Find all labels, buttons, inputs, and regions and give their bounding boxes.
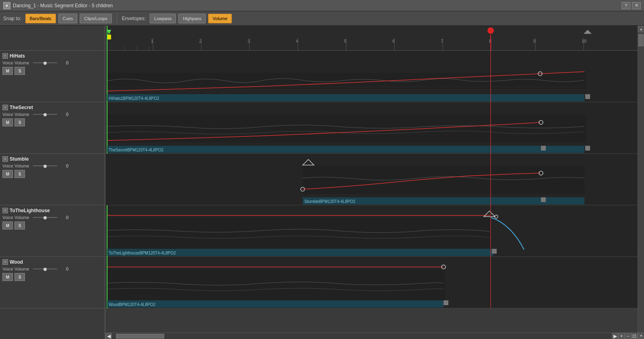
vol-slider-thumb (43, 113, 47, 116)
svg-rect-62 (444, 300, 448, 305)
svg-rect-37 (541, 146, 546, 151)
scroll-left-button[interactable]: ◀ (105, 333, 112, 339)
vol-slider-thumb (43, 268, 47, 271)
svg-rect-60 (107, 300, 444, 308)
horizontal-scrollbar-track[interactable] (112, 333, 612, 339)
track-expand-tothelighthouse[interactable]: + (2, 208, 8, 213)
close-button[interactable]: ✕ (632, 2, 641, 9)
track-header-hihats: + HiHats Voice Volume 0 M S (0, 51, 105, 102)
svg-rect-57 (107, 269, 445, 301)
title-bar-right: ? ✕ (621, 2, 641, 9)
solo-btn-thesecret[interactable]: S (14, 118, 25, 126)
track-btn-row-wood: M S (2, 273, 102, 281)
scroll-up-button[interactable]: ▲ (638, 26, 644, 32)
scrollbar-bottom: ◀ ▶ + − ⊡ (105, 333, 638, 339)
zoom-out-button[interactable]: − (625, 333, 631, 339)
svg-rect-49 (107, 217, 491, 250)
vol-slider-thumb (43, 216, 47, 219)
toolbar-separator (117, 14, 117, 23)
mute-btn-stumble[interactable]: M (2, 170, 13, 178)
playhead-start-marker (107, 30, 111, 35)
svg-marker-50 (484, 211, 495, 217)
mute-btn-tothelighthouse[interactable]: M (2, 221, 13, 229)
svg-rect-38 (585, 146, 590, 151)
vol-label-wood: Voice Volume (2, 267, 31, 271)
snap-clips-loops[interactable]: Clips/Loops (80, 14, 111, 23)
svg-rect-46 (541, 197, 546, 202)
vol-value-tothelighthouse: 0 (59, 215, 68, 220)
track-vol-row-thesecret: Voice Volume 0 (2, 112, 102, 117)
track-expand-stumble[interactable]: + (2, 156, 8, 162)
ruler-spacer (0, 26, 105, 51)
tracks-panel: + HiHats Voice Volume 0 M S + TheSecret (0, 26, 105, 339)
env-volume[interactable]: Volume (208, 14, 232, 23)
end-marker (584, 30, 592, 34)
track-expand-wood[interactable]: + (2, 259, 8, 265)
timeline-ruler[interactable]: 1 2 3 4 5 6 7 8 9 10 (105, 26, 638, 51)
timeline-area: 1 2 3 4 5 6 7 8 9 10 (105, 26, 638, 339)
track-row-hihats[interactable]: HiHats1BPM120T4-4L8PO2 (105, 51, 638, 102)
tracks-content: HiHats1BPM120T4-4L8PO2 (105, 51, 638, 333)
env-highpass[interactable]: Highpass (178, 14, 206, 23)
snap-cues[interactable]: Cues (58, 14, 78, 23)
track-name-row-wood: + Wood (2, 259, 102, 265)
scroll-down-button[interactable]: ▼ (638, 333, 644, 339)
track-header-stumble: + Stumble Voice Volume 0 M S (0, 154, 105, 205)
vol-label-stumble: Voice Volume (2, 163, 31, 168)
vol-value-hihats: 0 (59, 60, 68, 65)
track-name-tothelighthouse: ToTheLighthouse (10, 208, 50, 213)
track-row-thesecret[interactable]: TheSecretBPM120T4-4L8PO2 (105, 102, 638, 154)
vol-slider-thesecret[interactable] (33, 112, 57, 117)
vol-slider-hihats[interactable] (33, 60, 57, 65)
vol-slider-tothelighthouse[interactable] (33, 215, 57, 220)
track-vol-row-stumble: Voice Volume 0 (2, 163, 102, 168)
svg-rect-41 (303, 166, 584, 194)
svg-text:ToTheLighthouseBPM120T4-4L8PO2: ToTheLighthouseBPM120T4-4L8PO2 (109, 251, 176, 255)
envelopes-label: Envelopes: (122, 16, 146, 21)
track-name-thesecret: TheSecret (10, 105, 33, 110)
vol-slider-stumble[interactable] (33, 163, 57, 168)
mute-btn-wood[interactable]: M (2, 273, 13, 281)
track-expand-thesecret[interactable]: + (2, 105, 8, 110)
svg-rect-30 (585, 94, 590, 99)
playhead-dot (487, 27, 494, 34)
svg-rect-25 (107, 73, 586, 89)
help-button[interactable]: ? (621, 2, 630, 9)
zoom-in-button[interactable]: + (618, 333, 625, 339)
track-expand-hihats[interactable]: + (2, 53, 8, 59)
scroll-right-button[interactable]: ▶ (612, 333, 618, 339)
mute-btn-thesecret[interactable]: M (2, 118, 13, 126)
toolbar: Snap to: Bars/Beats Cues Clips/Loops Env… (0, 11, 644, 26)
track-header-tothelighthouse: + ToTheLighthouse Voice Volume 0 M S (0, 205, 105, 257)
title-bar: ■ Dancing_1 - Music Segment Editor - 5 c… (0, 0, 644, 11)
solo-btn-stumble[interactable]: S (14, 170, 25, 178)
window-title: Dancing_1 - Music Segment Editor - 5 chi… (13, 3, 113, 8)
solo-btn-wood[interactable]: S (14, 273, 25, 281)
track-name-row-tothelighthouse: + ToTheLighthouse (2, 208, 102, 213)
svg-text:StumbleBPM120T4-4L8PO2: StumbleBPM120T4-4L8PO2 (304, 199, 355, 204)
horizontal-scrollbar-thumb[interactable] (116, 334, 164, 339)
vertical-scrollbar-track[interactable] (638, 32, 644, 333)
vol-label-tothelighthouse: Voice Volume (2, 215, 31, 220)
svg-text:WoodBPM120T4-4L8PO2: WoodBPM120T4-4L8PO2 (109, 302, 155, 307)
vol-slider-wood[interactable] (33, 267, 57, 271)
vol-slider-thumb (43, 62, 47, 65)
track-name-row-thesecret: + TheSecret (2, 105, 102, 110)
svg-text:HiHats1BPM120T4-4L8PO2: HiHats1BPM120T4-4L8PO2 (109, 96, 159, 101)
solo-btn-tothelighthouse[interactable]: S (14, 221, 25, 229)
track-row-tothelighthouse[interactable]: ToTheLighthouseBPM120T4-4L8PO2 (105, 205, 638, 257)
track-row-wood[interactable]: WoodBPM120T4-4L8PO2 (105, 257, 638, 308)
main-area: + HiHats Voice Volume 0 M S + TheSecret (0, 26, 644, 339)
env-lowpass[interactable]: Lowpass (150, 14, 176, 23)
track-vol-row-hihats: Voice Volume 0 (2, 60, 102, 65)
track-row-stumble[interactable]: StumbleBPM120T4-4L8PO2 (105, 154, 638, 205)
snap-bars-beats[interactable]: Bars/Beats (25, 14, 56, 23)
solo-btn-hihats[interactable]: S (14, 67, 25, 75)
track-btn-row-thesecret: M S (2, 118, 102, 126)
start-marker (107, 35, 111, 39)
mute-btn-hihats[interactable]: M (2, 67, 13, 75)
fit-button[interactable]: ⊡ (631, 333, 638, 339)
track-vol-row-wood: Voice Volume 0 (2, 267, 102, 271)
app-icon: ■ (3, 2, 10, 9)
vertical-scrollbar-thumb[interactable] (638, 34, 644, 46)
